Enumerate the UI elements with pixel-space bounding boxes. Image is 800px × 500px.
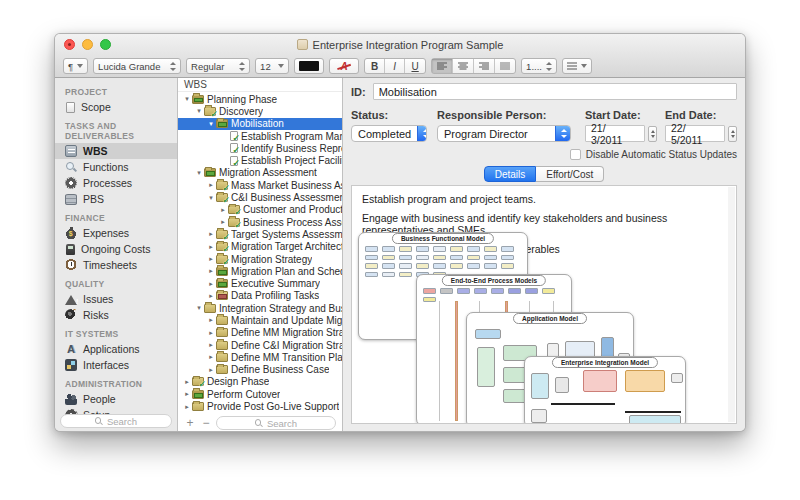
tree-row-executive-summary[interactable]: ▸Executive Summary: [178, 277, 342, 289]
tree-row-discovery[interactable]: ▾Discovery: [178, 105, 342, 117]
highlight-color-well[interactable]: A: [329, 58, 359, 74]
tree-row-define-business-case[interactable]: ▸Define Business Case: [178, 364, 342, 376]
tree-row-customer-and-product[interactable]: ▸Customer and Product…: [178, 204, 342, 216]
list-style-dropdown[interactable]: [562, 58, 592, 74]
tree-row-planning-phase[interactable]: ▾Planning Phase: [178, 93, 342, 105]
italic-button[interactable]: I: [385, 59, 405, 73]
tree-row-mass-market-business-as[interactable]: ▸Mass Market Business As…: [178, 179, 342, 191]
disclosure-triangle-icon[interactable]: ▸: [206, 243, 216, 251]
tab-effort-cost[interactable]: Effort/Cost: [536, 166, 604, 182]
disclosure-triangle-icon[interactable]: ▸: [182, 403, 192, 411]
font-style-dropdown[interactable]: Regular: [186, 58, 250, 74]
tree-row-define-mm-transition-plans-a[interactable]: ▸Define MM Transition Plans a…: [178, 351, 342, 363]
tree-row-migration-target-architecture[interactable]: ▸Migration Target Architecture: [178, 241, 342, 253]
remove-item-button[interactable]: −: [200, 417, 212, 429]
disclosure-triangle-icon[interactable]: ▸: [182, 378, 192, 386]
sidebar-item-ongoing-costs[interactable]: Ongoing Costs: [55, 241, 177, 257]
start-date-field[interactable]: 21/ 3/2011: [585, 125, 645, 142]
sidebar-item-timesheets[interactable]: Timesheets: [55, 257, 177, 273]
tree-row-maintain-and-update-migrati[interactable]: ▸Maintain and Update Migrati…: [178, 314, 342, 326]
disclosure-triangle-icon[interactable]: ▾: [194, 107, 204, 115]
start-date-stepper[interactable]: [648, 126, 657, 142]
sidebar-item-people[interactable]: People: [55, 391, 177, 407]
bold-button[interactable]: B: [365, 59, 385, 73]
sidebar-item-wbs[interactable]: WBS: [55, 143, 177, 159]
disclosure-triangle-icon[interactable]: ▸: [206, 292, 216, 300]
disclosure-triangle-icon[interactable]: ▸: [206, 366, 216, 374]
sidebar-item-interfaces[interactable]: Interfaces: [55, 357, 177, 373]
tree-row-establish-program-manag[interactable]: Establish Program Manag…: [178, 130, 342, 142]
disclosure-triangle-icon[interactable]: ▸: [206, 316, 216, 324]
sidebar-item-applications[interactable]: Applications: [55, 341, 177, 357]
disclosure-triangle-icon[interactable]: ▾: [206, 120, 216, 128]
font-family-dropdown[interactable]: Lucida Grande: [93, 58, 181, 74]
id-field[interactable]: Mobilisation: [373, 83, 737, 100]
tree-row-identify-business-represe[interactable]: Identify Business Represe…: [178, 142, 342, 154]
diagram-chip: [484, 263, 497, 269]
disclosure-triangle-icon[interactable]: ▸: [206, 353, 216, 361]
disclosure-triangle-icon[interactable]: ▸: [206, 255, 216, 263]
disclosure-triangle-icon[interactable]: ▸: [182, 390, 192, 398]
tab-details[interactable]: Details: [484, 166, 537, 182]
end-date-field[interactable]: 22/ 5/2011: [665, 125, 725, 142]
underline-button[interactable]: U: [405, 59, 425, 73]
disclosure-triangle-icon[interactable]: ▾: [182, 95, 192, 103]
sidebar-item-label: Expenses: [83, 227, 129, 239]
disclosure-triangle-icon[interactable]: ▸: [206, 181, 216, 189]
diagram-chip: [416, 255, 429, 261]
tree-search-input[interactable]: Search: [216, 416, 336, 430]
align-right-button[interactable]: [474, 59, 495, 73]
disclosure-triangle-icon[interactable]: ▸: [206, 267, 216, 275]
tree-row-target-systems-assessment[interactable]: ▸Target Systems Assessment: [178, 228, 342, 240]
scrollbar[interactable]: [728, 187, 735, 422]
minimize-button[interactable]: [82, 39, 93, 50]
disclosure-triangle-icon[interactable]: ▾: [206, 194, 216, 202]
line-spacing-dropdown[interactable]: 1....: [521, 58, 557, 74]
tree-row-design-phase[interactable]: ▸Design Phase: [178, 376, 342, 388]
tree-row-mobilisation[interactable]: ▾Mobilisation: [178, 118, 342, 130]
end-date-stepper[interactable]: [728, 126, 737, 142]
paragraph-style-dropdown[interactable]: ¶: [63, 58, 88, 74]
sidebar-search-input[interactable]: Search: [60, 414, 172, 428]
tree-row-provide-post-go-live-support[interactable]: ▸Provide Post Go-Live Support: [178, 400, 342, 412]
sidebar-item-issues[interactable]: Issues: [55, 291, 177, 307]
responsible-popup[interactable]: Program Director: [437, 125, 571, 142]
status-popup[interactable]: Completed: [351, 125, 427, 142]
tree-row-migration-plan-and-schedule[interactable]: ▸Migration Plan and Schedule: [178, 265, 342, 277]
sidebar-item-risks[interactable]: Risks: [55, 307, 177, 323]
disclosure-triangle-icon[interactable]: ▸: [218, 206, 228, 214]
disclosure-triangle-icon[interactable]: ▸: [206, 280, 216, 288]
disclosure-triangle-icon[interactable]: ▸: [206, 230, 216, 238]
align-left-button[interactable]: [432, 59, 453, 73]
sidebar-item-scope[interactable]: Scope: [55, 99, 177, 115]
disclosure-triangle-icon[interactable]: ▸: [218, 218, 228, 226]
disclosure-triangle-icon[interactable]: ▾: [194, 304, 204, 312]
folder-check-icon: [204, 107, 216, 116]
tree-row-migration-assessment[interactable]: ▾Migration Assessment: [178, 167, 342, 179]
disable-status-updates-checkbox[interactable]: [570, 149, 581, 160]
sidebar-item-expenses[interactable]: Expenses: [55, 225, 177, 241]
text-color-well[interactable]: [294, 58, 324, 74]
zoom-button[interactable]: [100, 39, 111, 50]
tree-row-integration-strategy-and-busine[interactable]: ▾Integration Strategy and Busine…: [178, 302, 342, 314]
disclosure-triangle-icon[interactable]: ▸: [206, 329, 216, 337]
sidebar-item-pbs[interactable]: PBS: [55, 191, 177, 207]
close-button[interactable]: [64, 39, 75, 50]
font-size-dropdown[interactable]: 12: [255, 58, 289, 74]
tree-item-label: Maintain and Update Migrati…: [231, 315, 342, 326]
tree-row-perform-cutover[interactable]: ▸Perform Cutover: [178, 388, 342, 400]
align-justify-button[interactable]: [495, 59, 515, 73]
align-center-button[interactable]: [453, 59, 474, 73]
disclosure-triangle-icon[interactable]: ▾: [194, 169, 204, 177]
tree-row-define-c-i-migration-strateg[interactable]: ▸Define C&I Migration Strateg…: [178, 339, 342, 351]
tree-row-establish-project-facilities[interactable]: Establish Project Facilities: [178, 154, 342, 166]
tree-row-migration-strategy[interactable]: ▸Migration Strategy: [178, 253, 342, 265]
tree-row-business-process-asse[interactable]: ▸Business Process Asse…: [178, 216, 342, 228]
sidebar-item-processes[interactable]: Processes: [55, 175, 177, 191]
add-item-button[interactable]: +: [184, 417, 196, 429]
tree-row-c-i-business-assessment[interactable]: ▾C&I Business Assessment: [178, 191, 342, 203]
tree-row-data-profiling-tasks[interactable]: ▸Data Profiling Tasks: [178, 290, 342, 302]
disclosure-triangle-icon[interactable]: ▸: [206, 341, 216, 349]
tree-row-define-mm-migration-strateg[interactable]: ▸Define MM Migration Strateg…: [178, 327, 342, 339]
sidebar-item-functions[interactable]: Functions: [55, 159, 177, 175]
